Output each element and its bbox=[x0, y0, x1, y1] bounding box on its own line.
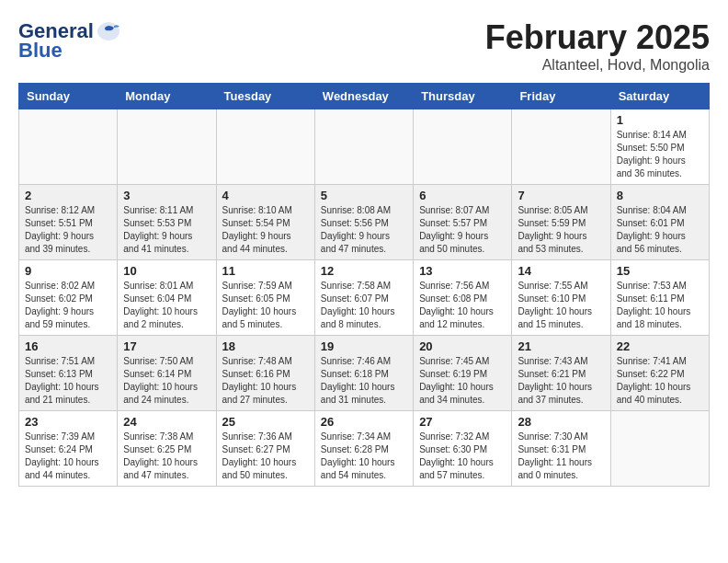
day-number: 9 bbox=[25, 264, 111, 278]
day-info: Sunrise: 7:36 AM Sunset: 6:27 PM Dayligh… bbox=[222, 431, 309, 482]
calendar-cell-5-5: 27Sunrise: 7:32 AM Sunset: 6:30 PM Dayli… bbox=[414, 411, 512, 487]
day-number: 27 bbox=[419, 415, 506, 429]
calendar-cell-3-6: 14Sunrise: 7:55 AM Sunset: 6:10 PM Dayli… bbox=[512, 260, 610, 336]
calendar-cell-1-7: 1Sunrise: 8:14 AM Sunset: 5:50 PM Daylig… bbox=[610, 109, 709, 185]
day-number: 20 bbox=[419, 339, 506, 353]
day-info: Sunrise: 8:10 AM Sunset: 5:54 PM Dayligh… bbox=[222, 204, 309, 256]
calendar-cell-5-4: 26Sunrise: 7:34 AM Sunset: 6:28 PM Dayli… bbox=[314, 411, 413, 487]
calendar-cell-1-6 bbox=[512, 109, 610, 185]
day-number: 4 bbox=[222, 189, 309, 202]
calendar-cell-3-4: 12Sunrise: 7:58 AM Sunset: 6:07 PM Dayli… bbox=[314, 260, 413, 336]
weekday-header-sunday: Sunday bbox=[19, 84, 118, 109]
calendar-cell-5-1: 23Sunrise: 7:39 AM Sunset: 6:24 PM Dayli… bbox=[19, 411, 118, 487]
day-info: Sunrise: 7:34 AM Sunset: 6:28 PM Dayligh… bbox=[321, 431, 407, 482]
day-info: Sunrise: 7:56 AM Sunset: 6:08 PM Dayligh… bbox=[419, 280, 506, 331]
weekday-header-saturday: Saturday bbox=[610, 84, 709, 109]
weekday-header-wednesday: Wednesday bbox=[314, 84, 413, 109]
day-number: 16 bbox=[25, 339, 111, 353]
calendar-cell-4-1: 16Sunrise: 7:51 AM Sunset: 6:13 PM Dayli… bbox=[19, 336, 118, 411]
calendar-cell-1-4 bbox=[314, 109, 413, 185]
calendar-cell-2-3: 4Sunrise: 8:10 AM Sunset: 5:54 PM Daylig… bbox=[216, 185, 314, 260]
calendar-cell-2-1: 2Sunrise: 8:12 AM Sunset: 5:51 PM Daylig… bbox=[19, 185, 118, 260]
calendar-cell-1-2 bbox=[118, 109, 216, 185]
day-number: 25 bbox=[222, 415, 309, 429]
calendar-table: SundayMondayTuesdayWednesdayThursdayFrid… bbox=[18, 83, 710, 487]
day-number: 8 bbox=[617, 189, 703, 202]
calendar-cell-4-6: 21Sunrise: 7:43 AM Sunset: 6:21 PM Dayli… bbox=[512, 336, 610, 411]
day-number: 21 bbox=[518, 339, 604, 353]
day-info: Sunrise: 7:39 AM Sunset: 6:24 PM Dayligh… bbox=[25, 431, 111, 482]
calendar-cell-2-7: 8Sunrise: 8:04 AM Sunset: 6:01 PM Daylig… bbox=[610, 185, 709, 260]
calendar-cell-1-3 bbox=[216, 109, 314, 185]
logo-bird-icon bbox=[96, 18, 121, 44]
day-info: Sunrise: 8:11 AM Sunset: 5:53 PM Dayligh… bbox=[123, 204, 210, 256]
day-number: 28 bbox=[518, 415, 604, 429]
day-info: Sunrise: 7:45 AM Sunset: 6:19 PM Dayligh… bbox=[419, 355, 506, 407]
day-info: Sunrise: 8:05 AM Sunset: 5:59 PM Dayligh… bbox=[518, 204, 604, 256]
day-number: 11 bbox=[222, 264, 309, 278]
day-number: 17 bbox=[123, 339, 210, 353]
calendar-cell-3-3: 11Sunrise: 7:59 AM Sunset: 6:05 PM Dayli… bbox=[216, 260, 314, 336]
calendar-week-row-1: 1Sunrise: 8:14 AM Sunset: 5:50 PM Daylig… bbox=[19, 109, 710, 185]
day-info: Sunrise: 7:55 AM Sunset: 6:10 PM Dayligh… bbox=[518, 280, 604, 331]
calendar-cell-4-3: 18Sunrise: 7:48 AM Sunset: 6:16 PM Dayli… bbox=[216, 336, 314, 411]
weekday-header-tuesday: Tuesday bbox=[216, 84, 314, 109]
calendar-cell-2-2: 3Sunrise: 8:11 AM Sunset: 5:53 PM Daylig… bbox=[118, 185, 216, 260]
day-number: 12 bbox=[321, 264, 407, 278]
day-number: 13 bbox=[419, 264, 506, 278]
day-info: Sunrise: 7:58 AM Sunset: 6:07 PM Dayligh… bbox=[321, 280, 407, 331]
day-info: Sunrise: 8:07 AM Sunset: 5:57 PM Dayligh… bbox=[419, 204, 506, 256]
day-info: Sunrise: 7:53 AM Sunset: 6:11 PM Dayligh… bbox=[617, 280, 703, 331]
calendar-cell-5-2: 24Sunrise: 7:38 AM Sunset: 6:25 PM Dayli… bbox=[118, 411, 216, 487]
day-number: 24 bbox=[123, 415, 210, 429]
weekday-header-monday: Monday bbox=[118, 84, 216, 109]
day-number: 6 bbox=[419, 189, 506, 202]
day-number: 26 bbox=[321, 415, 407, 429]
day-info: Sunrise: 7:30 AM Sunset: 6:31 PM Dayligh… bbox=[518, 431, 604, 482]
day-info: Sunrise: 8:02 AM Sunset: 6:02 PM Dayligh… bbox=[25, 280, 111, 331]
weekday-header-row: SundayMondayTuesdayWednesdayThursdayFrid… bbox=[19, 84, 710, 109]
day-info: Sunrise: 7:41 AM Sunset: 6:22 PM Dayligh… bbox=[617, 355, 703, 407]
day-number: 19 bbox=[321, 339, 407, 353]
calendar-cell-4-4: 19Sunrise: 7:46 AM Sunset: 6:18 PM Dayli… bbox=[314, 336, 413, 411]
calendar-cell-4-7: 22Sunrise: 7:41 AM Sunset: 6:22 PM Dayli… bbox=[610, 336, 709, 411]
weekday-header-thursday: Thursday bbox=[414, 84, 512, 109]
day-number: 3 bbox=[123, 189, 210, 202]
day-info: Sunrise: 7:46 AM Sunset: 6:18 PM Dayligh… bbox=[321, 355, 407, 407]
day-info: Sunrise: 7:48 AM Sunset: 6:16 PM Dayligh… bbox=[222, 355, 309, 407]
calendar-cell-3-7: 15Sunrise: 7:53 AM Sunset: 6:11 PM Dayli… bbox=[610, 260, 709, 336]
day-number: 7 bbox=[518, 189, 604, 202]
title-block: February 2025 Altanteel, Hovd, Mongolia bbox=[485, 18, 710, 74]
day-number: 23 bbox=[25, 415, 111, 429]
location: Altanteel, Hovd, Mongolia bbox=[485, 57, 710, 74]
calendar-cell-3-2: 10Sunrise: 8:01 AM Sunset: 6:04 PM Dayli… bbox=[118, 260, 216, 336]
day-info: Sunrise: 8:14 AM Sunset: 5:50 PM Dayligh… bbox=[617, 129, 703, 180]
calendar-week-row-5: 23Sunrise: 7:39 AM Sunset: 6:24 PM Dayli… bbox=[19, 411, 710, 487]
logo: General Blue bbox=[18, 18, 121, 63]
day-info: Sunrise: 8:12 AM Sunset: 5:51 PM Dayligh… bbox=[25, 204, 111, 256]
calendar-cell-2-6: 7Sunrise: 8:05 AM Sunset: 5:59 PM Daylig… bbox=[512, 185, 610, 260]
day-number: 10 bbox=[123, 264, 210, 278]
month-title: February 2025 bbox=[485, 18, 710, 57]
day-info: Sunrise: 7:51 AM Sunset: 6:13 PM Dayligh… bbox=[25, 355, 111, 407]
calendar-cell-3-5: 13Sunrise: 7:56 AM Sunset: 6:08 PM Dayli… bbox=[414, 260, 512, 336]
calendar-cell-2-4: 5Sunrise: 8:08 AM Sunset: 5:56 PM Daylig… bbox=[314, 185, 413, 260]
calendar-cell-4-2: 17Sunrise: 7:50 AM Sunset: 6:14 PM Dayli… bbox=[118, 336, 216, 411]
day-number: 15 bbox=[617, 264, 703, 278]
day-info: Sunrise: 7:59 AM Sunset: 6:05 PM Dayligh… bbox=[222, 280, 309, 331]
day-number: 2 bbox=[25, 189, 111, 202]
weekday-header-friday: Friday bbox=[512, 84, 610, 109]
calendar-cell-5-7 bbox=[610, 411, 709, 487]
day-info: Sunrise: 7:38 AM Sunset: 6:25 PM Dayligh… bbox=[123, 431, 210, 482]
calendar-cell-5-6: 28Sunrise: 7:30 AM Sunset: 6:31 PM Dayli… bbox=[512, 411, 610, 487]
day-info: Sunrise: 7:43 AM Sunset: 6:21 PM Dayligh… bbox=[518, 355, 604, 407]
calendar-week-row-2: 2Sunrise: 8:12 AM Sunset: 5:51 PM Daylig… bbox=[19, 185, 710, 260]
day-number: 14 bbox=[518, 264, 604, 278]
page-header: General Blue February 2025 Altanteel, Ho… bbox=[18, 18, 710, 74]
day-info: Sunrise: 7:32 AM Sunset: 6:30 PM Dayligh… bbox=[419, 431, 506, 482]
day-info: Sunrise: 8:01 AM Sunset: 6:04 PM Dayligh… bbox=[123, 280, 210, 331]
calendar-cell-4-5: 20Sunrise: 7:45 AM Sunset: 6:19 PM Dayli… bbox=[414, 336, 512, 411]
calendar-cell-1-5 bbox=[414, 109, 512, 185]
day-info: Sunrise: 8:08 AM Sunset: 5:56 PM Dayligh… bbox=[321, 204, 407, 256]
day-number: 5 bbox=[321, 189, 407, 202]
